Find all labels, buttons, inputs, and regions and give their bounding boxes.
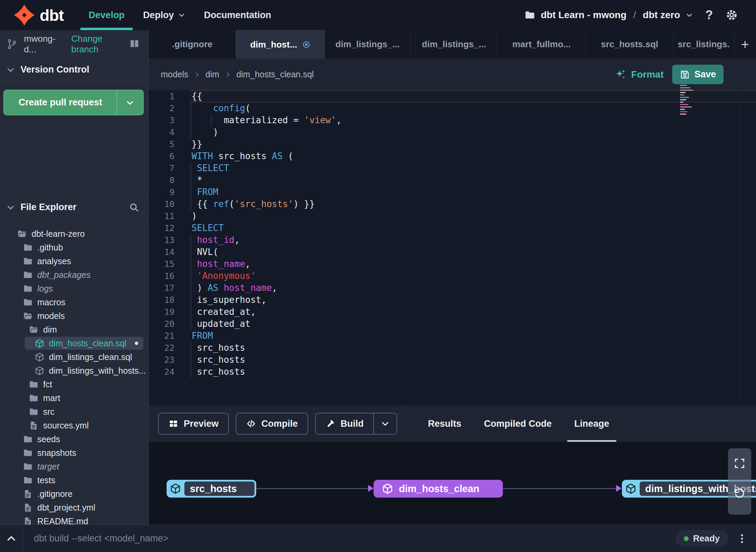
tree-item-readme-md[interactable]: README.md [0, 514, 148, 525]
tree-item-macros[interactable]: macros [0, 295, 148, 309]
tree-item-dim-listings-clean-sql[interactable]: dim_listings_clean.sql [0, 350, 148, 364]
file-explorer-title: File Explorer [21, 202, 77, 213]
tree-item-tests[interactable]: tests [0, 473, 148, 487]
code-text: {{ ref('src_hosts') }} [192, 198, 315, 210]
code-line-11: 11) [149, 210, 756, 222]
nav-label: Deploy [143, 10, 174, 21]
editor-tab-mart-fullmo[interactable]: mart_fullmo... [497, 30, 586, 59]
version-control-header[interactable]: Version Control [0, 59, 148, 81]
reset-view-icon[interactable] [733, 487, 746, 500]
tree-item-dim-hosts-clean-sql[interactable]: dim_hosts_clean.sql [0, 336, 148, 350]
editor-tab-src-listings[interactable]: src_listings. [674, 30, 734, 59]
folder-icon [23, 297, 33, 307]
format-button[interactable]: Format [615, 59, 664, 90]
editor-tab-dim-listings[interactable]: dim_listings_... [325, 30, 411, 59]
change-branch-link[interactable]: Change branch [71, 34, 122, 55]
project-selector[interactable]: dbt Learn - mwong / dbt zero [524, 10, 693, 21]
tree-item-logs[interactable]: logs [0, 282, 148, 295]
lineage-panel: src_hostsdim_hosts_cleandim_listings_wit… [149, 442, 756, 525]
line-number: 9 [149, 186, 174, 198]
nav-item-deploy[interactable]: Deploy [134, 0, 195, 30]
save-button[interactable]: Save [672, 65, 724, 84]
create-pull-request-button[interactable]: Create pull request [3, 90, 144, 115]
tree-item-github[interactable]: .github [0, 241, 148, 254]
lineage-node-dim-hosts-clean[interactable]: dim_hosts_clean [374, 480, 503, 498]
breadcrumb-item-models: models [161, 69, 188, 79]
chevron-down-icon [6, 65, 15, 74]
breadcrumb-separator-icon [194, 71, 200, 78]
lineage-edge-1 [256, 488, 368, 489]
overflow-menu-icon[interactable] [736, 533, 748, 544]
command-bar-toggle[interactable] [0, 533, 23, 544]
tree-item-fct[interactable]: fct [0, 377, 148, 391]
editor-minimap[interactable] [680, 85, 699, 120]
tree-item-dim[interactable]: dim [0, 323, 148, 336]
panel-tab-lineage[interactable]: Lineage [563, 406, 621, 442]
action-bar: PreviewCompileBuild ResultsCompiled Code… [149, 406, 756, 442]
tree-item-analyses[interactable]: analyses [0, 254, 148, 268]
fullscreen-icon[interactable] [733, 457, 746, 470]
file-explorer-header[interactable]: File Explorer [0, 194, 148, 221]
code-editor[interactable]: 1{{2 config(3 materialized = 'view',4 )5… [149, 90, 756, 406]
nav-item-develop[interactable]: Develop [79, 0, 134, 30]
docs-book-icon[interactable] [129, 38, 140, 50]
code-line-17: 17 ) AS host_name, [149, 282, 756, 294]
code-line-22: 22 src_hosts [149, 342, 756, 354]
folder-icon [524, 10, 535, 21]
indent-guide [191, 126, 191, 138]
file-name: target [37, 462, 59, 472]
model-cube-icon [625, 483, 637, 495]
code-text: {{ [192, 90, 202, 102]
button-label: Compile [261, 419, 298, 429]
compile-button[interactable]: Compile [236, 413, 308, 435]
editor-tab-src-hosts-sql[interactable]: src_hosts.sql [586, 30, 674, 59]
editor-tab-dim-host[interactable]: dim_host... [236, 30, 325, 59]
breadcrumb-separator-icon [224, 71, 231, 78]
pr-dropdown-button[interactable] [117, 90, 143, 115]
search-icon[interactable] [129, 202, 140, 213]
file-name: README.md [37, 516, 88, 525]
nav-item-documentation[interactable]: Documentation [195, 0, 281, 30]
panel-tab-compiled-code[interactable]: Compiled Code [473, 406, 563, 442]
tree-item-dim-listings-with-hosts[interactable]: dim_listings_with_hosts... [0, 364, 148, 377]
build-button[interactable]: Build [315, 413, 397, 435]
tree-item-dbt-packages[interactable]: dbt_packages [0, 268, 148, 282]
line-number: 15 [149, 258, 174, 270]
editor-tab-dim-listings[interactable]: dim_listings_... [411, 30, 497, 59]
editor-tab-gitignore[interactable]: .gitignore [149, 30, 236, 59]
folder-icon [23, 448, 33, 458]
indent-guide [191, 258, 191, 270]
top-nav-bar: dbt DevelopDeployDocumentation dbt Learn… [0, 0, 756, 30]
tree-item-src[interactable]: src [0, 405, 148, 419]
gear-icon[interactable] [725, 9, 738, 22]
indent-guide [191, 234, 191, 246]
indent-guide [191, 162, 191, 174]
code-text: is_superhost, [192, 294, 266, 306]
code-text: updated_at [192, 318, 250, 330]
line-number: 4 [149, 126, 174, 138]
code-text: NVL( [192, 246, 218, 258]
file-name: .github [37, 243, 63, 253]
tree-item-dbt-learn-zero[interactable]: dbt-learn-zero [0, 227, 148, 241]
table-icon [168, 419, 179, 429]
tree-item-mart[interactable]: mart [0, 391, 148, 405]
folder-icon [23, 462, 33, 472]
indent-guide [191, 270, 191, 282]
help-icon[interactable]: ? [703, 8, 715, 22]
ready-dot [684, 536, 689, 541]
lineage-node-src-hosts[interactable]: src_hosts [167, 480, 256, 498]
tree-item-models[interactable]: models [0, 309, 148, 323]
preview-button[interactable]: Preview [158, 413, 229, 435]
tree-item-target[interactable]: target [0, 460, 148, 473]
new-tab-button[interactable] [734, 30, 756, 59]
tree-item-seeds[interactable]: seeds [0, 432, 148, 446]
tree-item-snapshots[interactable]: snapshots [0, 446, 148, 460]
line-number: 13 [149, 234, 174, 246]
panel-tab-results[interactable]: Results [417, 406, 473, 442]
tree-item-gitignore[interactable]: .gitignore [0, 487, 148, 501]
command-input[interactable]: dbt build --select <model_name> [34, 533, 168, 544]
tree-item-sources-yml[interactable]: sources.yml [0, 419, 148, 432]
tree-item-dbt-project-yml[interactable]: dbt_project.yml [0, 501, 148, 514]
build-dropdown-button[interactable] [373, 413, 396, 434]
file-name: logs [37, 284, 53, 294]
